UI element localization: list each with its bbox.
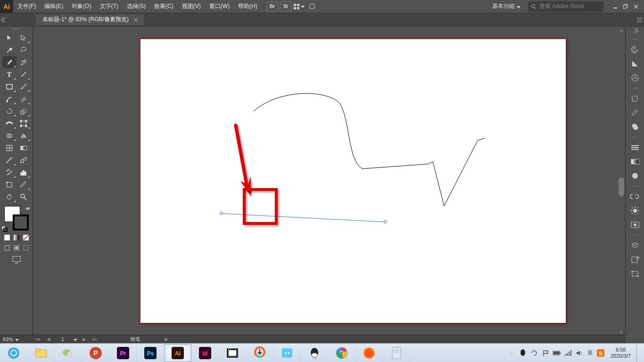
taskbar-app-illustrator[interactable]: Ai: [164, 344, 191, 362]
line-segment-tool[interactable]: [17, 68, 31, 81]
first-artboard-button[interactable]: ⏮: [35, 336, 41, 343]
screen-mode-button[interactable]: [2, 254, 31, 265]
hand-tool[interactable]: [2, 191, 17, 203]
close-icon[interactable]: [133, 17, 138, 22]
color-guide-panel-icon[interactable]: [627, 57, 644, 71]
anchor-point[interactable]: [220, 212, 223, 214]
pen-tool[interactable]: [2, 56, 17, 68]
menu-help[interactable]: 帮助(H): [234, 0, 262, 13]
search-stock-input[interactable]: 搜索 Adobe Stock: [528, 1, 603, 12]
taskbar-app-generic1[interactable]: [273, 344, 301, 362]
menu-effect[interactable]: 效果(C): [150, 0, 178, 13]
width-tool[interactable]: [2, 117, 17, 130]
tray-network-icon[interactable]: [564, 349, 572, 357]
chevron-down-icon[interactable]: [74, 337, 77, 342]
rotate-tool[interactable]: [2, 105, 17, 117]
paintbrush-tool[interactable]: [17, 81, 31, 93]
lasso-tool[interactable]: [17, 44, 31, 56]
type-tool[interactable]: T: [2, 68, 17, 81]
menu-object[interactable]: 对象(O): [67, 0, 95, 13]
vertical-scrollbar[interactable]: ▲ ▼: [618, 26, 625, 336]
minimize-button[interactable]: [611, 2, 619, 11]
swatches-panel-icon[interactable]: [627, 91, 644, 106]
taskbar-app-browser[interactable]: [0, 344, 27, 362]
perspective-grid-tool[interactable]: [17, 130, 31, 142]
restore-button[interactable]: [621, 2, 630, 11]
slice-tool[interactable]: [17, 179, 31, 191]
taskbar-app-photoshop[interactable]: Ps: [137, 344, 164, 362]
rectangle-tool[interactable]: [2, 81, 17, 93]
tray-sync-icon[interactable]: [530, 349, 538, 357]
taskbar-app-chrome[interactable]: [328, 344, 355, 362]
scale-tool[interactable]: [17, 105, 31, 117]
draw-normal-button[interactable]: [2, 244, 12, 252]
tray-sogou-icon[interactable]: S: [596, 349, 605, 357]
taskbar-app-indesign[interactable]: Id: [191, 344, 219, 362]
gradient-mode-button[interactable]: [12, 233, 21, 242]
stock-icon[interactable]: St: [280, 1, 291, 12]
symbol-sprayer-tool[interactable]: [2, 166, 17, 179]
menu-edit[interactable]: 编辑(E): [40, 0, 67, 13]
panel-group-handle[interactable]: [628, 234, 642, 237]
blend-tool[interactable]: [17, 154, 31, 166]
tray-volume-icon[interactable]: [575, 349, 584, 357]
eyedropper-tool[interactable]: [2, 154, 17, 166]
panel-group-handle[interactable]: [628, 38, 642, 41]
graphic-styles-panel-icon[interactable]: [627, 218, 644, 232]
taskbar-app-explorer[interactable]: [27, 344, 55, 362]
ime-indicator[interactable]: 英: [586, 349, 594, 356]
free-transform-tool[interactable]: [17, 117, 31, 130]
zoom-tool[interactable]: [17, 191, 31, 203]
cc-libraries-panel-icon[interactable]: [627, 189, 644, 204]
swap-fill-stroke-icon[interactable]: ⇄: [26, 206, 30, 211]
gpu-preview-icon[interactable]: [306, 1, 318, 12]
toolbox-drag-handle[interactable]: [9, 27, 24, 31]
selection-tool[interactable]: [2, 32, 17, 44]
none-mode-button[interactable]: [21, 233, 31, 242]
toolbox-collapse-icon[interactable]: [1, 16, 8, 23]
arrange-documents-icon[interactable]: [293, 1, 305, 12]
workspace-switcher[interactable]: 基本功能: [488, 1, 524, 12]
prev-artboard-button[interactable]: ◀: [45, 336, 52, 343]
panel-group-handle[interactable]: [628, 87, 642, 90]
taskbar-app-downloader[interactable]: [246, 344, 273, 362]
expand-panels-icon[interactable]: [632, 27, 638, 34]
gradient-tool[interactable]: [17, 142, 31, 154]
transparency-panel-icon[interactable]: [627, 169, 644, 183]
tray-overflow-icon[interactable]: [507, 349, 516, 357]
close-button[interactable]: [632, 2, 640, 11]
draw-behind-button[interactable]: [12, 244, 21, 252]
menu-window[interactable]: 窗口(W): [205, 0, 234, 13]
magic-wand-tool[interactable]: [2, 44, 17, 56]
shape-builder-tool[interactable]: [2, 130, 17, 142]
taskbar-app-premiere[interactable]: Pr: [109, 344, 137, 362]
panel-menu-icon[interactable]: [636, 16, 644, 24]
menu-file[interactable]: 文件(F): [13, 0, 40, 13]
mesh-tool[interactable]: [2, 142, 17, 154]
asset-export-panel-icon[interactable]: [627, 253, 644, 267]
tray-qq-icon[interactable]: [519, 349, 527, 357]
zoom-dropdown[interactable]: 83%: [3, 337, 31, 342]
menu-view[interactable]: 视图(V): [178, 0, 205, 13]
panel-group-handle[interactable]: [628, 185, 642, 188]
taskbar-app-firefox[interactable]: [355, 344, 383, 362]
appearance-panel-icon[interactable]: [627, 204, 644, 218]
show-desktop-button[interactable]: [636, 344, 641, 362]
panel-group-handle[interactable]: [628, 136, 642, 139]
status-flyout-button[interactable]: ▶: [163, 336, 170, 343]
brushes-panel-icon[interactable]: [627, 106, 644, 120]
taskbar-app-notes[interactable]: [383, 344, 410, 362]
scroll-thumb[interactable]: [619, 177, 624, 196]
document-tab[interactable]: 未标题-1* @ 83% (RGB/像素预览): [36, 14, 144, 25]
eraser-tool[interactable]: [17, 93, 31, 105]
artboard-tool[interactable]: [2, 179, 17, 191]
menu-type[interactable]: 文字(T): [96, 0, 123, 13]
color-themes-panel-icon[interactable]: [627, 71, 644, 85]
column-graph-tool[interactable]: [17, 166, 31, 179]
color-mode-button[interactable]: [2, 233, 12, 242]
artboard[interactable]: [140, 39, 566, 323]
anchor-point[interactable]: [384, 221, 387, 223]
taskbar-app-video[interactable]: [219, 344, 246, 362]
menu-select[interactable]: 选择(S): [123, 0, 150, 13]
next-artboard-button[interactable]: ▶: [81, 336, 88, 343]
